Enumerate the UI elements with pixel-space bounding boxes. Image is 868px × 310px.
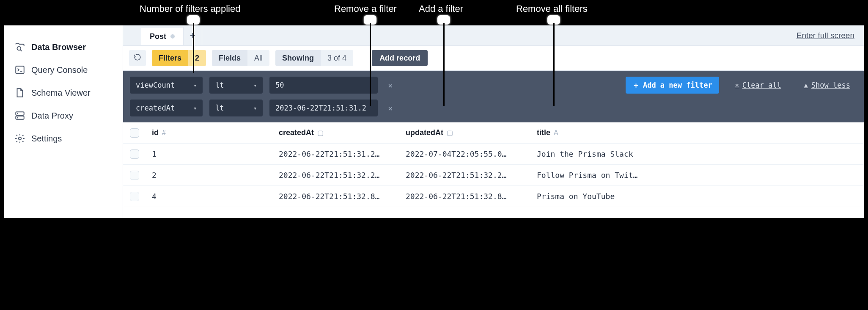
calendar-icon: ▢	[447, 129, 453, 136]
sidebar-item-schema-viewer[interactable]: Schema Viewer	[8, 81, 118, 104]
row-checkbox[interactable]	[130, 192, 139, 201]
cell-updatedAt: 2022-06-22T21:51:32.2…	[400, 171, 531, 180]
svg-point-6	[19, 137, 22, 140]
sidebar-item-label: Data Browser	[31, 42, 86, 52]
cell-id: 1	[146, 149, 273, 158]
cell-title: Join the Prisma Slack	[531, 149, 864, 158]
terminal-icon	[14, 64, 25, 75]
add-record-button[interactable]: Add record	[372, 50, 428, 66]
filters-label: Filters	[152, 50, 188, 66]
sidebar: Data Browser Query Console Schema Viewer…	[4, 25, 123, 218]
close-icon: ✕	[388, 104, 393, 113]
text-type-icon: A	[554, 129, 558, 136]
data-table: id# createdAt▢ updatedAt▢ titleA 1 2022-…	[123, 122, 864, 218]
cell-createdAt: 2022-06-22T21:51:31.2…	[273, 149, 400, 158]
svg-rect-1	[16, 66, 24, 73]
cell-title: Follow Prisma on Twit…	[531, 171, 864, 180]
chevron-down-icon: ▾	[253, 82, 257, 89]
sidebar-item-settings[interactable]: Settings	[8, 127, 118, 150]
anno-filters-count: Number of filters applied	[140, 3, 240, 14]
filters-count-badge: 2	[188, 50, 206, 66]
folder-search-icon	[14, 42, 25, 53]
cell-id: 2	[146, 171, 273, 180]
close-icon: ✕	[388, 81, 393, 90]
tab-bar: Post + Enter full screen	[123, 25, 864, 46]
calendar-icon: ▢	[317, 129, 324, 136]
gear-icon	[14, 133, 25, 144]
table-row[interactable]: 1 2022-06-22T21:51:31.2… 2022-07-04T22:0…	[123, 144, 864, 165]
chevron-down-icon: ▾	[193, 82, 197, 89]
sidebar-item-data-browser[interactable]: Data Browser	[8, 36, 118, 58]
filter-op-select[interactable]: lt ▾	[209, 100, 263, 116]
table-row[interactable]: 2 2022-06-22T21:51:32.2… 2022-06-22T21:5…	[123, 165, 864, 186]
chevron-down-icon: ▾	[253, 105, 257, 111]
add-filter-button[interactable]: ＋ Add a new filter	[626, 77, 719, 94]
fields-value: All	[247, 50, 269, 66]
toolbar: Filters 2 Fields All Showing 3 of 4 Add …	[123, 46, 864, 71]
anno-remove-all: Remove all filters	[516, 3, 588, 14]
sidebar-item-label: Settings	[31, 134, 62, 144]
showing-label: Showing	[275, 50, 321, 66]
filter-row: viewCount ▾ lt ▾ ✕ ＋ Add a new filter	[130, 77, 857, 94]
app-frame: Data Browser Query Console Schema Viewer…	[4, 25, 864, 218]
enter-full-screen-link[interactable]: Enter full screen	[787, 25, 864, 45]
tab-label: Post	[150, 32, 166, 41]
column-header-title[interactable]: titleA	[531, 128, 864, 137]
filter-value-input[interactable]	[269, 100, 378, 116]
fields-label: Fields	[212, 50, 247, 66]
cell-updatedAt: 2022-07-04T22:05:55.0…	[400, 149, 531, 158]
column-header-createdAt[interactable]: createdAt▢	[273, 128, 400, 137]
filter-field-select[interactable]: viewCount ▾	[130, 77, 203, 94]
table-header-row: id# createdAt▢ updatedAt▢ titleA	[123, 122, 864, 144]
remove-filter-button[interactable]: ✕	[385, 102, 396, 114]
filter-op-select[interactable]: lt ▾	[209, 77, 263, 94]
sidebar-item-label: Data Proxy	[31, 111, 73, 121]
server-icon	[14, 110, 25, 121]
filter-row: createdAt ▾ lt ▾ ✕	[130, 100, 857, 116]
chevron-down-icon: ▾	[193, 105, 197, 111]
anno-remove-filter: Remove a filter	[334, 3, 397, 14]
cell-updatedAt: 2022-06-22T21:51:32.8…	[400, 192, 531, 201]
cell-createdAt: 2022-06-22T21:51:32.2…	[273, 171, 400, 180]
svg-point-5	[17, 117, 18, 118]
filter-field-select[interactable]: createdAt ▾	[130, 100, 203, 116]
sidebar-item-label: Schema Viewer	[31, 88, 91, 98]
show-less-button[interactable]: ▲ Show less	[797, 77, 857, 94]
clear-all-filters-button[interactable]: ✕ Clear all	[728, 77, 788, 94]
plus-icon: ＋	[632, 80, 640, 90]
cell-createdAt: 2022-06-22T21:51:32.8…	[273, 192, 400, 201]
triangle-up-icon: ▲	[804, 81, 808, 89]
sidebar-item-data-proxy[interactable]: Data Proxy	[8, 104, 118, 127]
main-panel: Post + Enter full screen Filters 2	[123, 25, 864, 218]
anno-add-filter: Add a filter	[419, 3, 463, 14]
filter-actions: ＋ Add a new filter ✕ Clear all ▲ Show le…	[626, 77, 857, 94]
refresh-button[interactable]	[129, 50, 146, 66]
showing-value: 3 of 4	[321, 50, 353, 66]
showing-pill[interactable]: Showing 3 of 4	[275, 50, 353, 66]
svg-point-0	[17, 47, 21, 50]
row-checkbox[interactable]	[130, 171, 139, 180]
filter-panel: viewCount ▾ lt ▾ ✕ ＋ Add a new filter	[123, 71, 864, 122]
column-header-updatedAt[interactable]: updatedAt▢	[400, 128, 531, 137]
table-row[interactable]: 4 2022-06-22T21:51:32.8… 2022-06-22T21:5…	[123, 186, 864, 207]
annotations-overlay: Number of filters applied Remove a filte…	[0, 0, 868, 25]
filters-pill[interactable]: Filters 2	[152, 50, 206, 66]
remove-filter-button[interactable]: ✕	[385, 79, 396, 91]
refresh-icon	[134, 53, 141, 63]
fields-pill[interactable]: Fields All	[212, 50, 269, 66]
file-icon	[14, 87, 25, 98]
cell-id: 4	[146, 192, 273, 201]
cell-title: Prisma on YouTube	[531, 192, 864, 201]
column-header-id[interactable]: id#	[146, 128, 273, 137]
sidebar-item-query-console[interactable]: Query Console	[8, 58, 118, 81]
sidebar-item-label: Query Console	[31, 65, 88, 75]
hash-icon: #	[162, 129, 166, 136]
close-icon: ✕	[735, 81, 739, 89]
filter-value-input[interactable]	[269, 77, 378, 94]
svg-point-4	[17, 113, 18, 113]
tab-post[interactable]: Post	[141, 27, 184, 45]
select-all-checkbox[interactable]	[130, 128, 139, 138]
tab-status-dot-icon	[170, 34, 175, 39]
row-checkbox[interactable]	[130, 149, 139, 159]
